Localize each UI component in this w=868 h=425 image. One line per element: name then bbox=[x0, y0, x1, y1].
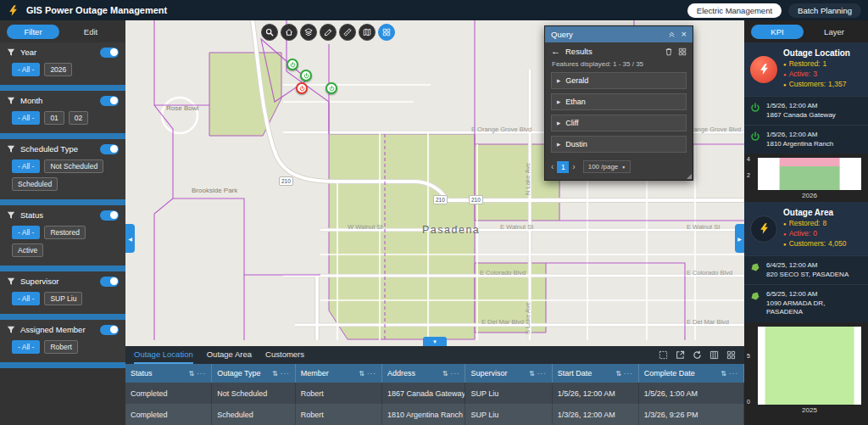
group-separator bbox=[0, 199, 125, 205]
column-header[interactable]: Supervisor⇅··· bbox=[465, 364, 552, 383]
page-number-button[interactable]: 1 bbox=[557, 161, 569, 173]
close-icon[interactable]: × bbox=[682, 30, 687, 39]
outage-location-list-item[interactable]: 1/5/26, 12:00 AM 1810 Argentina Ranch bbox=[744, 125, 868, 154]
table-row[interactable]: Completed Not Scheduled Robert 1867 Cana… bbox=[125, 383, 744, 404]
pin-icon[interactable] bbox=[668, 31, 676, 38]
export-icon[interactable] bbox=[676, 350, 685, 360]
status-toggle[interactable] bbox=[100, 210, 119, 221]
column-menu-icon[interactable]: ··· bbox=[281, 370, 290, 377]
measure-tool-button[interactable] bbox=[339, 24, 356, 41]
chip-sup-liu[interactable]: SUP Liu bbox=[44, 292, 82, 305]
layers-tool-button[interactable] bbox=[300, 24, 317, 41]
next-page-icon[interactable]: › bbox=[572, 162, 575, 171]
card-title: Outage Location bbox=[783, 48, 850, 58]
home-tool-button[interactable] bbox=[281, 24, 298, 41]
table-row[interactable]: Completed Scheduled Robert 1810 Argentin… bbox=[125, 404, 744, 425]
tab-outage-location[interactable]: Outage Location bbox=[134, 346, 193, 364]
columns-icon[interactable] bbox=[709, 350, 719, 360]
app-window: GIS Power Outage Management Electric Man… bbox=[0, 0, 868, 425]
chip-02[interactable]: 02 bbox=[69, 111, 88, 125]
chip-all[interactable]: - All - bbox=[12, 340, 40, 354]
search-tool-button[interactable] bbox=[261, 24, 278, 41]
query-header[interactable]: Query × bbox=[545, 26, 693, 42]
trash-icon[interactable] bbox=[665, 48, 673, 56]
column-menu-icon[interactable]: ··· bbox=[729, 370, 738, 377]
outage-marker-active[interactable] bbox=[296, 82, 308, 94]
item-address: 820 SECO ST, PASADENA bbox=[766, 271, 849, 280]
chip-all[interactable]: - All - bbox=[12, 159, 40, 173]
sort-icon[interactable]: ⇅ bbox=[188, 370, 194, 377]
result-group[interactable]: ▶ Gerald bbox=[551, 72, 687, 89]
refresh-icon[interactable] bbox=[693, 350, 702, 360]
column-menu-icon[interactable]: ··· bbox=[450, 370, 459, 377]
tab-kpi[interactable]: KPI bbox=[751, 25, 804, 39]
column-header[interactable]: Start Date⇅··· bbox=[553, 364, 639, 383]
sort-icon[interactable]: ⇅ bbox=[442, 370, 448, 377]
chip-2026[interactable]: 2026 bbox=[44, 63, 72, 76]
result-group[interactable]: ▶ Dustin bbox=[551, 136, 687, 153]
group-separator bbox=[0, 133, 125, 139]
electric-management-button[interactable]: Electric Management bbox=[687, 3, 782, 18]
column-header[interactable]: Outage Type⇅··· bbox=[212, 364, 296, 383]
funnel-icon bbox=[7, 277, 15, 286]
outage-marker-restored[interactable] bbox=[326, 82, 337, 94]
outage-area-list-item[interactable]: 6/4/25, 12:00 AM 820 SECO ST, PASADENA bbox=[744, 255, 868, 284]
column-header[interactable]: Status⇅··· bbox=[125, 364, 212, 383]
tab-outage-area[interactable]: Outage Area bbox=[207, 346, 252, 364]
column-menu-icon[interactable]: ··· bbox=[367, 370, 376, 377]
collapse-right-panel-button[interactable]: ▶ bbox=[735, 224, 744, 253]
column-header[interactable]: Address⇅··· bbox=[382, 364, 466, 383]
sort-icon[interactable]: ⇅ bbox=[529, 370, 535, 377]
supervisor-toggle[interactable] bbox=[100, 277, 119, 287]
power-icon bbox=[750, 103, 760, 113]
basemap-tool-button[interactable] bbox=[359, 24, 376, 41]
chip-scheduled[interactable]: Scheduled bbox=[12, 177, 58, 191]
chip-all[interactable]: - All - bbox=[12, 226, 40, 239]
prev-page-icon[interactable]: ‹ bbox=[551, 162, 554, 171]
grid-view-icon[interactable] bbox=[678, 48, 687, 56]
chip-robert[interactable]: Robert bbox=[44, 340, 78, 354]
chip-not-scheduled[interactable]: Not Scheduled bbox=[44, 159, 103, 173]
outage-location-list-item[interactable]: 1/5/26, 12:00 AM 1867 Canada Gateway bbox=[744, 96, 868, 125]
sort-icon[interactable]: ⇅ bbox=[272, 370, 278, 377]
chip-active[interactable]: Active bbox=[12, 243, 43, 257]
outage-marker-restored[interactable] bbox=[287, 59, 298, 70]
column-menu-icon[interactable]: ··· bbox=[624, 370, 633, 377]
collapse-table-button[interactable]: ▼ bbox=[423, 337, 447, 346]
result-group[interactable]: ▶ Cliff bbox=[551, 115, 687, 131]
tab-filter[interactable]: Filter bbox=[7, 25, 59, 39]
month-toggle[interactable] bbox=[100, 96, 119, 106]
column-header[interactable]: Member⇅··· bbox=[296, 364, 382, 383]
outage-marker-restored[interactable] bbox=[300, 70, 312, 81]
outage-area-list-item[interactable]: 6/5/25, 12:00 AM 1090 ARMADA DR, PASADEN… bbox=[744, 284, 868, 322]
chip-all[interactable]: - All - bbox=[12, 111, 40, 125]
result-group[interactable]: ▶ Ethan bbox=[551, 93, 687, 110]
collapse-left-panel-button[interactable]: ◀ bbox=[125, 224, 135, 253]
chip-restored[interactable]: Restored bbox=[44, 226, 86, 239]
sort-icon[interactable]: ⇅ bbox=[615, 370, 621, 377]
resize-handle[interactable] bbox=[687, 174, 692, 179]
tab-layer[interactable]: Layer bbox=[807, 27, 861, 36]
sort-icon[interactable]: ⇅ bbox=[359, 370, 364, 377]
column-header[interactable]: Complete Date⇅··· bbox=[639, 364, 744, 383]
sort-icon[interactable]: ⇅ bbox=[721, 370, 726, 377]
column-menu-icon[interactable]: ··· bbox=[197, 370, 206, 377]
column-menu-icon[interactable]: ··· bbox=[537, 370, 547, 377]
batch-planning-button[interactable]: Batch Planning bbox=[788, 3, 861, 18]
grid-icon[interactable] bbox=[726, 350, 736, 360]
draw-tool-button[interactable] bbox=[320, 24, 337, 41]
scheduled-type-toggle[interactable] bbox=[100, 144, 119, 154]
back-icon[interactable]: ← bbox=[551, 47, 560, 56]
tab-customers[interactable]: Customers bbox=[265, 346, 304, 364]
chip-all[interactable]: - All - bbox=[12, 292, 40, 305]
select-icon[interactable] bbox=[659, 350, 668, 360]
year-toggle[interactable] bbox=[100, 48, 119, 58]
tab-edit[interactable]: Edit bbox=[63, 27, 119, 36]
chip-all[interactable]: - All - bbox=[12, 63, 40, 76]
page-size-select[interactable]: 100 /page ▼ bbox=[583, 160, 632, 173]
draw-icon bbox=[324, 28, 332, 36]
query-tool-button[interactable] bbox=[378, 24, 395, 41]
assigned-member-toggle[interactable] bbox=[100, 325, 119, 335]
chip-01[interactable]: 01 bbox=[44, 111, 64, 125]
query-window: Query × ← Results Features displayed: 1 … bbox=[544, 25, 693, 181]
